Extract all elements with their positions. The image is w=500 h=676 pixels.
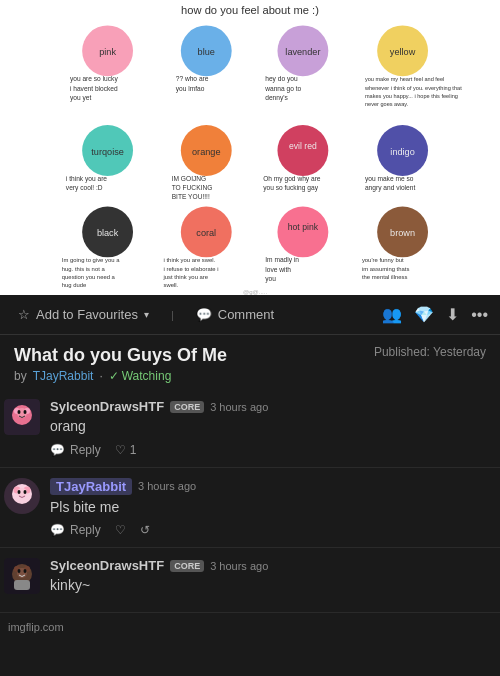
svg-text:makes you happy... i hope this: makes you happy... i hope this feeling	[365, 93, 458, 99]
star-icon: ☆	[18, 307, 30, 322]
comment-1-body: SylceonDrawsHTF CORE 3 hours ago orang 💬…	[50, 399, 496, 457]
svg-text:you so fucking gay: you so fucking gay	[263, 184, 318, 192]
add-to-favourites-button[interactable]: ☆ Add to Favourites ▾	[12, 303, 155, 326]
imgflip-brand: imgflip.com	[8, 621, 64, 633]
timestamp-1: 3 hours ago	[210, 401, 268, 413]
svg-text:orange: orange	[192, 147, 220, 157]
core-badge-1: CORE	[170, 401, 204, 413]
users-icon[interactable]: 👥	[382, 305, 402, 324]
reply-icon-1: 💬	[50, 443, 65, 457]
comment-1-text: orang	[50, 417, 496, 437]
svg-text:blue: blue	[198, 47, 215, 57]
action-bar: ☆ Add to Favourites ▾ | 💬 Comment 👥 💎 ⬇ …	[0, 295, 500, 335]
reply-button-2[interactable]: 💬 Reply	[50, 523, 101, 537]
svg-text:Oh my god why are: Oh my god why are	[263, 175, 321, 183]
svg-text:angry and violent: angry and violent	[365, 184, 416, 192]
checkmark-icon: ✓	[109, 369, 119, 383]
svg-text:yellow: yellow	[390, 47, 416, 57]
like-button-1[interactable]: ♡ 1	[115, 443, 137, 457]
download-icon[interactable]: ⬇	[446, 305, 459, 324]
post-title: What do you Guys Of Me	[14, 345, 227, 366]
core-badge-3: CORE	[170, 560, 204, 572]
divider-1: |	[171, 309, 174, 321]
svg-text:the mental illness: the mental illness	[362, 274, 408, 280]
svg-text:Im madly in: Im madly in	[265, 256, 299, 264]
svg-text:?? who are: ?? who are	[176, 75, 209, 82]
svg-text:coral: coral	[196, 228, 216, 238]
svg-text:you make me so: you make me so	[365, 175, 414, 183]
svg-text:IM GOIJNG: IM GOIJNG	[172, 175, 207, 182]
post-meta: by TJayRabbit · ✓ Watching	[14, 369, 227, 383]
share-icon-2: ↺	[140, 523, 150, 537]
svg-text:swell.: swell.	[164, 282, 179, 288]
svg-text:how do you feel about me :): how do you feel about me :)	[181, 4, 319, 16]
watching-label: Watching	[122, 369, 172, 383]
svg-text:Im going to give you a: Im going to give you a	[62, 257, 120, 263]
svg-point-75	[24, 490, 27, 494]
svg-text:BITE YOU!!!!: BITE YOU!!!!	[172, 193, 210, 200]
reply-icon-2: 💬	[50, 523, 65, 537]
comment-1-header: SylceonDrawsHTF CORE 3 hours ago	[50, 399, 496, 414]
svg-text:very cool! :D: very cool! :D	[66, 184, 103, 192]
comment-2-text: Pls bite me	[50, 498, 496, 518]
meme-container: how do you feel about me :) pink you are…	[0, 0, 500, 295]
footer: imgflip.com	[0, 613, 500, 639]
dropdown-icon: ▾	[144, 309, 149, 320]
share-button-2[interactable]: ↺	[140, 523, 150, 537]
svg-text:you yet: you yet	[70, 94, 91, 102]
username-sylceon-1: SylceonDrawsHTF	[50, 399, 164, 414]
author-link[interactable]: TJayRabbit	[33, 369, 94, 383]
username-tjay: TJayRabbit	[50, 478, 132, 495]
comment-3: SylceonDrawsHTF CORE 3 hours ago kinky~	[0, 548, 500, 613]
svg-text:indigo: indigo	[390, 147, 414, 157]
username-sylceon-3: SylceonDrawsHTF	[50, 558, 164, 573]
reply-button-1[interactable]: 💬 Reply	[50, 443, 101, 457]
comment-3-header: SylceonDrawsHTF CORE 3 hours ago	[50, 558, 496, 573]
like-icon-2: ♡	[115, 523, 126, 537]
svg-point-68	[24, 410, 27, 414]
svg-point-81	[18, 569, 21, 573]
published-label: Published: Yesterday	[374, 345, 486, 359]
timestamp-3: 3 hours ago	[210, 560, 268, 572]
watching-indicator: ✓ Watching	[109, 369, 172, 383]
svg-text:you make my heart feel and fee: you make my heart feel and feel	[365, 76, 444, 82]
svg-text:i havent blocked: i havent blocked	[70, 85, 118, 92]
svg-text:pink: pink	[99, 47, 116, 57]
svg-text:evil red: evil red	[289, 141, 317, 151]
like-icon-1: ♡	[115, 443, 126, 457]
svg-text:brown: brown	[390, 228, 415, 238]
comment-button[interactable]: 💬 Comment	[190, 303, 280, 326]
svg-text:hey do you: hey do you	[265, 75, 298, 83]
svg-text:hot pink: hot pink	[288, 222, 319, 232]
svg-text:hug. this is not a: hug. this is not a	[62, 266, 106, 272]
comment-3-text: kinky~	[50, 576, 496, 596]
svg-point-67	[18, 410, 21, 414]
comment-label: Comment	[218, 307, 274, 322]
svg-point-51	[277, 207, 328, 258]
like-button-2[interactable]: ♡	[115, 523, 126, 537]
svg-text:turqoise: turqoise	[91, 147, 124, 157]
comment-2: TJayRabbit 3 hours ago Pls bite me 💬 Rep…	[0, 468, 500, 549]
svg-text:lavender: lavender	[285, 47, 320, 57]
add-to-favourites-label: Add to Favourites	[36, 307, 138, 322]
comment-icon: 💬	[196, 307, 212, 322]
svg-text:love with: love with	[265, 266, 291, 273]
gem-icon[interactable]: 💎	[414, 305, 434, 324]
timestamp-2: 3 hours ago	[138, 480, 196, 492]
more-options-icon[interactable]: •••	[471, 306, 488, 324]
svg-text:hug dude: hug dude	[62, 282, 87, 288]
svg-text:@g@.....: @g@.....	[243, 288, 268, 295]
svg-text:black: black	[97, 228, 119, 238]
like-count-1: 1	[130, 443, 137, 457]
dot-separator: ·	[99, 369, 102, 383]
svg-point-74	[18, 490, 21, 494]
svg-text:you: you	[265, 275, 276, 283]
svg-text:never goes away.: never goes away.	[365, 101, 409, 107]
reply-label-2: Reply	[70, 523, 101, 537]
svg-rect-83	[14, 580, 30, 590]
comment-2-actions: 💬 Reply ♡ ↺	[50, 523, 496, 537]
comment-2-body: TJayRabbit 3 hours ago Pls bite me 💬 Rep…	[50, 478, 496, 538]
avatar-sylceon-1	[4, 399, 40, 435]
comment-1: SylceonDrawsHTF CORE 3 hours ago orang 💬…	[0, 389, 500, 468]
svg-text:i think you are swel.: i think you are swel.	[164, 257, 216, 263]
